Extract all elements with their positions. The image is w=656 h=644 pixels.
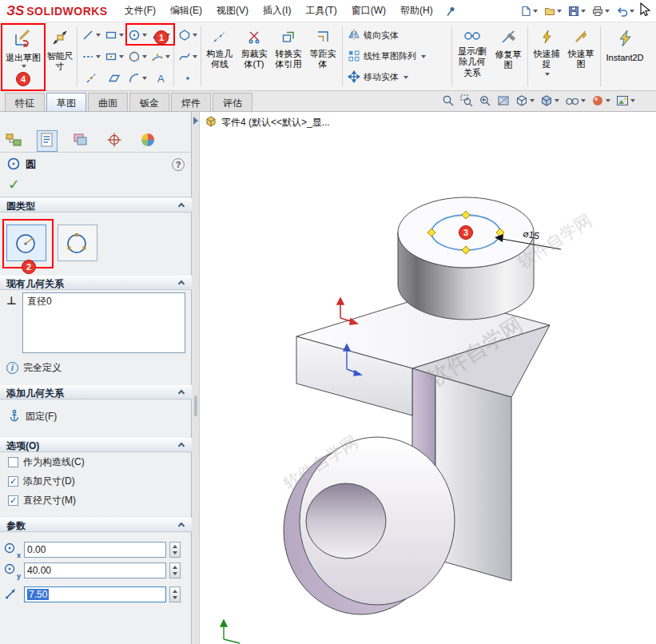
mirror-entities-button[interactable]: 镜向实体	[348, 26, 450, 45]
pin-menu-icon[interactable]	[445, 6, 456, 17]
center-y-spinner[interactable]	[169, 563, 181, 578]
dropdown-icon[interactable]	[530, 99, 535, 102]
center-circle-type-button[interactable]	[6, 225, 46, 261]
splitter-handle[interactable]	[194, 396, 197, 416]
zoom-previous-icon[interactable]	[479, 94, 491, 107]
tangent-arc-tool-button[interactable]	[125, 67, 149, 89]
new-document-button[interactable]	[519, 4, 539, 18]
section-add-relations[interactable]: 添加几何关系	[0, 385, 192, 400]
dropdown-icon[interactable]	[96, 34, 101, 37]
zoom-area-icon[interactable]	[460, 94, 473, 107]
dimxpert-manager-tab[interactable]	[104, 130, 125, 152]
dropdown-icon[interactable]	[404, 76, 408, 79]
dropdown-icon[interactable]	[630, 10, 634, 13]
display-delete-relations-button[interactable]: 显示/删除几何关系	[454, 24, 491, 89]
three-point-arc-tool-button[interactable]	[149, 46, 172, 67]
part-3d-model[interactable]: ⌀15 软件自学网 软件自学网 软件自学网	[200, 112, 656, 644]
menu-view[interactable]: 视图(V)	[209, 1, 256, 21]
collapse-icon[interactable]	[178, 390, 185, 396]
hide-show-items-icon[interactable]	[565, 94, 586, 107]
collapse-icon[interactable]	[178, 280, 185, 287]
collapse-icon[interactable]	[178, 523, 185, 529]
collapse-icon[interactable]	[178, 203, 185, 209]
center-rectangle-tool-button[interactable]	[102, 46, 125, 67]
dropdown-icon[interactable]	[555, 99, 559, 102]
offset-entities-button[interactable]: 等距实体	[307, 24, 339, 89]
option-add-dimension[interactable]: ✓ 添加尺寸(D)	[8, 475, 75, 487]
save-button[interactable]	[567, 4, 587, 18]
ok-check-icon[interactable]: ✓	[8, 176, 20, 193]
tab-sketch[interactable]: 草图	[46, 93, 86, 111]
midpoint-line-tool-button[interactable]	[79, 67, 102, 89]
checkbox[interactable]: ✓	[8, 495, 18, 506]
text-tool-button[interactable]: A	[149, 67, 172, 89]
panel-flyout-icon[interactable]	[193, 117, 198, 125]
dropdown-icon[interactable]	[119, 55, 124, 58]
print-button[interactable]	[590, 4, 611, 18]
relations-listbox[interactable]: 直径0	[22, 292, 185, 353]
instant2d-button[interactable]: Instant2D	[602, 24, 647, 89]
repair-sketch-button[interactable]: 修复草图	[492, 24, 524, 89]
dropdown-icon[interactable]	[119, 34, 124, 37]
point-tool-button[interactable]	[176, 67, 199, 89]
section-circle-type[interactable]: 圆类型	[0, 198, 192, 213]
dropdown-icon[interactable]	[533, 10, 538, 13]
radius-input[interactable]: 7.50	[24, 586, 166, 602]
parallelogram-tool-button[interactable]	[102, 67, 125, 89]
display-manager-tab[interactable]	[137, 130, 158, 152]
move-entities-button[interactable]: 移动实体	[348, 68, 450, 87]
dropdown-icon[interactable]	[96, 55, 101, 58]
menu-insert[interactable]: 插入(I)	[256, 1, 298, 21]
construction-geometry-button[interactable]: 构造几何线	[203, 24, 237, 89]
dropdown-icon[interactable]	[557, 10, 562, 13]
tab-evaluate[interactable]: 评估	[213, 93, 252, 111]
help-icon[interactable]: ?	[172, 158, 185, 171]
convert-entities-button[interactable]: 转换实体引用	[272, 24, 305, 89]
property-manager-tab[interactable]	[37, 130, 58, 152]
open-button[interactable]	[543, 4, 563, 18]
view-orientation-icon[interactable]	[515, 94, 535, 107]
section-options[interactable]: 选项(O)	[0, 438, 192, 452]
section-existing-relations[interactable]: 现有几何关系	[0, 276, 192, 290]
menu-file[interactable]: 文件(F)	[117, 1, 163, 21]
dropdown-icon[interactable]	[22, 65, 26, 68]
dropdown-icon[interactable]	[581, 10, 586, 13]
radius-spinner[interactable]	[169, 586, 181, 602]
center-x-spinner[interactable]	[169, 542, 181, 558]
dropdown-icon[interactable]	[545, 73, 550, 76]
option-construction-line[interactable]: 作为构造线(C)	[8, 455, 85, 468]
lug-hole[interactable]	[306, 483, 386, 559]
tab-weldments[interactable]: 焊件	[171, 93, 211, 111]
option-diameter-dimension[interactable]: ✓ 直径尺寸(M)	[8, 494, 76, 507]
bracket-body[interactable]	[284, 197, 550, 614]
panel-splitter[interactable]	[192, 112, 200, 644]
dropdown-icon[interactable]	[142, 34, 147, 37]
dropdown-icon[interactable]	[142, 77, 147, 80]
centerline-tool-button[interactable]	[79, 46, 102, 67]
zoom-fit-icon[interactable]	[442, 94, 455, 107]
menu-tools[interactable]: 工具(T)	[298, 1, 344, 21]
linear-sketch-pattern-button[interactable]: 线性草图阵列	[348, 47, 450, 66]
menu-edit[interactable]: 编辑(E)	[163, 1, 209, 21]
center-y-input[interactable]: 40.00	[24, 563, 166, 578]
dropdown-icon[interactable]	[165, 55, 170, 58]
spline-tool-button[interactable]	[176, 46, 199, 67]
line-tool-button[interactable]	[79, 24, 102, 46]
smart-dimension-button[interactable]: 智能尺寸	[45, 24, 75, 89]
polygon-tool-button[interactable]	[176, 24, 199, 46]
checkbox[interactable]	[8, 457, 18, 467]
relation-item[interactable]: 直径0	[23, 293, 185, 310]
circle-tool-button[interactable]	[125, 24, 149, 46]
collapse-icon[interactable]	[178, 443, 185, 449]
center-x-input[interactable]: 0.00	[24, 542, 166, 558]
dropdown-icon[interactable]	[606, 99, 610, 102]
menu-window[interactable]: 窗口(W)	[344, 1, 393, 21]
dropdown-icon[interactable]	[421, 55, 426, 58]
section-view-icon[interactable]	[497, 94, 510, 107]
corner-rectangle-tool-button[interactable]	[102, 24, 125, 46]
display-style-icon[interactable]	[540, 94, 559, 107]
dropdown-icon[interactable]	[142, 55, 147, 58]
edit-appearance-icon[interactable]	[591, 94, 610, 107]
checkbox[interactable]: ✓	[8, 476, 18, 487]
section-parameters[interactable]: 参数	[0, 518, 192, 532]
